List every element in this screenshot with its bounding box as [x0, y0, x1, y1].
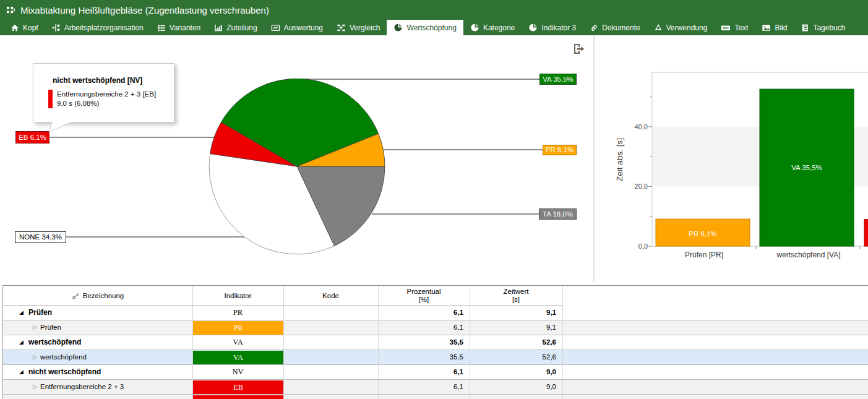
home-icon — [11, 24, 19, 32]
table-row-group-nicht-wertschoepfend[interactable]: ◢ nicht wertschöpfend NV 6,1 9,0 — [3, 365, 868, 380]
pie-label-pr[interactable]: PR 6,1% — [543, 145, 577, 155]
paperclip-icon — [590, 24, 598, 32]
expand-icon[interactable]: ▷ — [33, 380, 37, 393]
bar-chart: 0,0 20,0 40,0 Zeit abs. [s] PR 6,1% VA 3… — [594, 36, 868, 281]
collapse-icon[interactable]: ◢ — [19, 306, 24, 319]
gridline — [283, 286, 284, 399]
gridline — [192, 286, 193, 399]
bar-eb-partial[interactable] — [864, 220, 868, 246]
bar-label-va: VA 35,5% — [791, 164, 822, 171]
collapse-icon[interactable]: ◢ — [19, 365, 24, 379]
key-icon — [72, 292, 80, 300]
tooltip-tail — [43, 122, 74, 134]
tab-bild[interactable]: Bild — [755, 20, 794, 35]
tab-text[interactable]: abc Text — [714, 20, 755, 35]
bar-label-pr: PR 6,1% — [689, 230, 716, 238]
indicator-table: Bezeichnung Indikator Kode Prozentual [%… — [2, 285, 868, 399]
workplace-organisation-icon — [52, 24, 61, 32]
pie-label-ta[interactable]: TA 18,0% — [539, 208, 577, 220]
table-row-child-entfernungsbereiche[interactable]: ▷ Entfernungsbereiche 2 + 3 EB 6,1 9,0 — [3, 380, 868, 395]
gridline — [562, 286, 563, 399]
gridline — [378, 286, 379, 399]
indicator-badge-pr: PR — [193, 321, 283, 335]
y-tick-0: 0,0 — [638, 242, 648, 250]
pie-label-va[interactable]: VA 35,5% — [539, 74, 577, 85]
column-header-indikator[interactable]: Indikator — [192, 286, 283, 306]
tooltip-entry-value: 9,0 s (6,08%) — [57, 99, 156, 108]
y-axis-label: Zeit abs. [s] — [615, 138, 624, 181]
app-icon — [6, 6, 15, 15]
table-row-group-wertschoepfend[interactable]: ◢ wertschöpfend VA 35,5 52,6 — [3, 335, 868, 350]
tab-tagebuch[interactable]: Tagebuch — [794, 20, 852, 35]
y-tick-20: 20,0 — [635, 182, 648, 190]
pie-chart-icon — [393, 23, 403, 32]
export-icon[interactable] — [572, 42, 585, 56]
tab-varianten[interactable]: Varianten — [150, 20, 207, 35]
tab-arbeitsplatzorganisation[interactable]: Arbeitsplatzorganisation — [45, 20, 150, 35]
table-row-group-pruefen[interactable]: ◢ Prüfen PR 6,1 9,1 — [3, 306, 868, 320]
table-row-child-partial[interactable]: ▷ — [3, 395, 868, 399]
title-bar: Mixabtaktung Heißluftgebläse (Zugentlast… — [0, 0, 868, 20]
column-header-zeitwert[interactable]: Zeitwert [s] — [470, 286, 562, 306]
collapse-icon[interactable]: ◢ — [19, 335, 24, 349]
evaluation-chart-icon — [271, 24, 280, 32]
variants-list-icon — [157, 24, 166, 32]
expand-icon[interactable]: ▷ — [33, 395, 37, 399]
column-header-bezeichnung[interactable]: Bezeichnung — [3, 286, 192, 306]
svg-text:abc: abc — [723, 26, 729, 30]
tooltip-color-marker — [48, 90, 53, 108]
image-icon — [762, 24, 771, 32]
tab-verwendung[interactable]: Verwendung — [647, 20, 715, 35]
pie-label-none[interactable]: NONE 34,3% — [15, 231, 66, 243]
table-row-child-wertschoepfend-selected[interactable]: ▷ wertschöpfend VA 35,5 52,6 — [3, 350, 868, 365]
column-header-prozentual[interactable]: Prozentual [%] — [378, 286, 470, 306]
pie-chart-icon — [470, 23, 479, 32]
indicator-badge-eb: EB — [193, 380, 283, 394]
tab-indikator-3[interactable]: Indikator 3 — [522, 20, 583, 35]
expand-icon[interactable]: ▷ — [33, 320, 37, 334]
x-label-wertschoepfend: wertschöpfend [VA] — [776, 251, 840, 259]
comparison-icon — [337, 24, 346, 32]
tab-dokumente[interactable]: Dokumente — [583, 20, 647, 35]
pie-chart-icon — [528, 23, 538, 32]
table-row-child-pruefen[interactable]: ▷ Prüfen PR 6,1 9,1 — [3, 320, 868, 335]
tab-vergleich[interactable]: Vergleich — [330, 20, 387, 35]
tab-bar: Kopf Arbeitsplatzorganisation Varianten … — [0, 20, 868, 35]
recycle-icon — [654, 24, 663, 32]
gridline — [470, 286, 470, 399]
tab-kopf[interactable]: Kopf — [4, 20, 45, 35]
notebook-icon — [801, 24, 809, 32]
tab-auswertung[interactable]: Auswertung — [264, 20, 330, 35]
tooltip-entry-label: Entfernungsbereiche 2 + 3 [EB] — [57, 90, 156, 99]
tab-kategorie[interactable]: Kategorie — [463, 20, 522, 35]
column-header-kode[interactable]: Kode — [283, 286, 378, 306]
expand-icon[interactable]: ▷ — [33, 350, 37, 364]
indicator-badge-partial — [193, 395, 283, 399]
tab-wertschoepfung[interactable]: Wertschöpfung — [387, 20, 463, 35]
pie-tooltip: nicht wertschöpfend [NV] Entfernungsbere… — [33, 63, 174, 122]
y-tick-40: 40,0 — [635, 123, 648, 131]
window-title: Mixabtaktung Heißluftgebläse (Zugentlast… — [20, 5, 269, 15]
tooltip-title: nicht wertschöpfend [NV] — [53, 76, 174, 85]
x-label-pruefen: Prüfen [PR] — [685, 251, 723, 259]
header-border — [3, 306, 562, 306]
indicator-badge-va: VA — [193, 351, 283, 364]
app-window: Mixabtaktung Heißluftgebläse (Zugentlast… — [0, 0, 868, 399]
abc-text-icon: abc — [721, 24, 731, 32]
allocation-barchart-icon — [214, 24, 223, 32]
tab-zuteilung[interactable]: Zuteilung — [207, 20, 264, 35]
